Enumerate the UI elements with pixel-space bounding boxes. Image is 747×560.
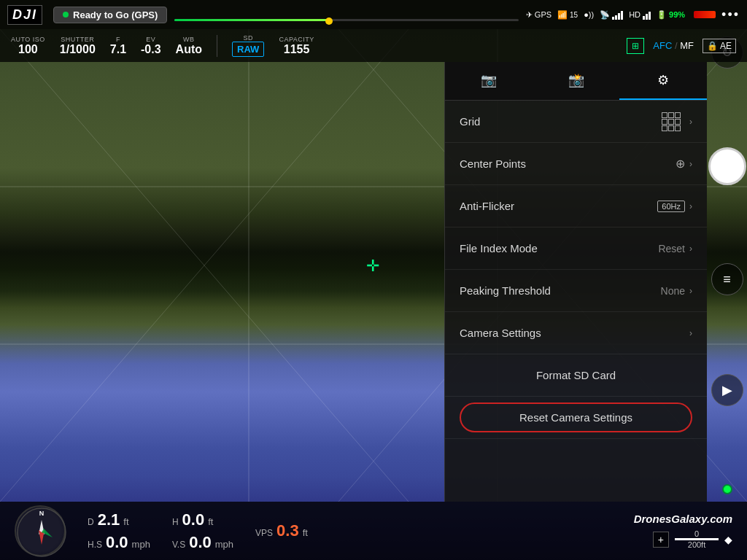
afc-label: AFC: [653, 40, 672, 51]
ev-label: EV: [146, 36, 155, 43]
wifi-icon: 📶: [557, 10, 568, 20]
center-points-icon: ⊕: [676, 157, 685, 171]
h-speed-label: H.S: [88, 540, 102, 550]
camera-info-bar: Auto ISO 100 SHUTTER 1/1000 F 7.1 EV -0.…: [0, 29, 747, 62]
filter-settings-button[interactable]: ≡: [711, 263, 743, 295]
diamond-icon[interactable]: ◆: [724, 534, 732, 545]
photo-tab-icon: 📸: [568, 72, 584, 88]
reset-camera-menu-item[interactable]: Reset Camera Settings: [445, 397, 707, 439]
gps-group: ✈ GPS: [526, 10, 551, 20]
v-speed-unit: mph: [215, 539, 233, 550]
h-speed-row: H.S 0.0 mph: [88, 533, 150, 552]
shutter-button[interactable]: [708, 147, 746, 185]
vps-stats-group: VPS 0.3 ft: [255, 521, 308, 540]
shutter-label: SHUTTER: [61, 36, 94, 43]
ae-button[interactable]: 🔒 AE: [703, 39, 736, 53]
capacity-value: 1155: [284, 43, 310, 56]
cam-right-controls: ⊞ AFC / MF 🔒 AE: [627, 38, 736, 54]
panel-tabs: 📷 📸 ⚙: [445, 62, 707, 101]
height-label: H: [172, 517, 179, 527]
status-indicator: Ready to Go (GPS): [53, 7, 167, 23]
compass: N: [15, 505, 66, 556]
vps-row: VPS 0.3 ft: [255, 521, 308, 540]
brand-label: DronesGalaxy.com: [634, 513, 732, 525]
battery-group: 🔋 99%: [657, 10, 685, 20]
svg-text:N: N: [39, 510, 44, 517]
vps-unit: ft: [303, 527, 308, 538]
compass-svg: N: [16, 507, 67, 558]
progress-dot: [325, 18, 333, 25]
scale-max: 200ft: [688, 540, 705, 549]
camera-settings-arrow: ›: [689, 328, 692, 338]
f-label: F: [116, 36, 120, 43]
height-unit: ft: [208, 516, 213, 527]
distance-unit: ft: [123, 516, 128, 527]
anti-flicker-menu-item[interactable]: Anti-Flicker 60Hz ›: [445, 185, 707, 228]
drone-icon: ✈: [526, 10, 533, 20]
zoom-plus-button[interactable]: +: [653, 532, 669, 548]
center-points-arrow: ›: [689, 159, 692, 169]
flight-stats-group: D 2.1 ft H.S 0.0 mph: [88, 510, 150, 552]
shutter-param: SHUTTER 1/1000: [60, 36, 96, 56]
anti-flicker-badge: 60Hz: [657, 201, 685, 212]
wb-label: WB: [183, 36, 195, 43]
filter-icon: ≡: [723, 272, 731, 287]
right-panel: ↻ ≡ ▶: [707, 29, 747, 502]
tab-settings[interactable]: ⚙: [619, 62, 707, 100]
scale-bar: 0 200ft: [675, 529, 719, 549]
camera-tab-icon: 📷: [481, 72, 497, 88]
grid-button[interactable]: ⊞: [627, 38, 644, 54]
format-sd-menu-item[interactable]: Format SD Card: [445, 354, 707, 397]
audio-icon: ●)): [584, 10, 594, 19]
signal-bars: [612, 9, 623, 20]
file-index-value: Reset: [658, 243, 685, 254]
afc-mf-toggle[interactable]: AFC / MF: [653, 40, 694, 51]
v-speed-value: 0.0: [189, 533, 212, 552]
grid-icon-display: [662, 112, 685, 131]
hd-label: HD: [629, 10, 640, 19]
dji-logo: DJI: [7, 5, 42, 25]
drone-signal-group: 📡: [600, 9, 623, 20]
bottom-status-bar: N D 2.1 ft H.S 0.0 mph H 0.0 ft V.S: [0, 502, 747, 560]
center-points-label: Center Points: [460, 158, 676, 170]
v-speed-row: V.S 0.0 mph: [172, 533, 233, 552]
status-icons: ✈ GPS 📶 15 ●)) 📡 HD: [526, 9, 716, 20]
lock-icon: 🔒: [707, 41, 718, 51]
gps-label: GPS: [535, 10, 551, 19]
tab-photo[interactable]: 📸: [533, 62, 620, 100]
f-param: F 7.1: [110, 36, 126, 56]
h-speed-unit: mph: [132, 539, 150, 550]
play-icon: ▶: [722, 382, 732, 398]
wb-value: Auto: [176, 43, 202, 56]
camera-settings-menu-item[interactable]: Camera Settings ›: [445, 312, 707, 354]
auto-iso-label: Auto ISO: [11, 36, 45, 43]
file-index-arrow: ›: [689, 244, 692, 254]
auto-iso-param: Auto ISO 100: [11, 36, 45, 56]
mf-label: MF: [680, 40, 694, 51]
auto-iso-value: 100: [18, 43, 38, 56]
panel-menu: Grid › Center Points ⊕ ›: [445, 101, 707, 502]
tab-camera[interactable]: 📷: [445, 62, 533, 100]
playback-button[interactable]: ▶: [711, 374, 743, 406]
file-index-menu-item[interactable]: File Index Mode Reset ›: [445, 228, 707, 270]
v-speed-label: V.S: [172, 540, 185, 550]
peaking-threshold-menu-item[interactable]: Peaking Threshold None ›: [445, 270, 707, 312]
wb-param: WB Auto: [176, 36, 202, 56]
center-points-menu-item[interactable]: Center Points ⊕ ›: [445, 143, 707, 185]
distance-row: D 2.1 ft: [88, 510, 150, 529]
grid-icon: ⊞: [632, 41, 639, 51]
map-status-dot: [722, 484, 732, 494]
shutter-value: 1/1000: [60, 43, 96, 56]
anti-flicker-value: 60Hz: [657, 201, 685, 212]
bottom-right-info: DronesGalaxy.com + 0 200ft ◆: [634, 513, 732, 549]
format-param: SD RAW: [232, 34, 264, 57]
progress-track: [174, 19, 519, 21]
peaking-threshold-value: None: [661, 285, 685, 297]
vps-label: VPS: [255, 528, 273, 538]
battery-icon: 🔋: [657, 10, 667, 20]
menu-dots[interactable]: •••: [721, 7, 740, 23]
camera-settings-label: Camera Settings: [460, 327, 689, 339]
grid-menu-item[interactable]: Grid ›: [445, 101, 707, 143]
map-scale: + 0 200ft ◆: [653, 529, 732, 549]
status-dot: [63, 12, 69, 18]
